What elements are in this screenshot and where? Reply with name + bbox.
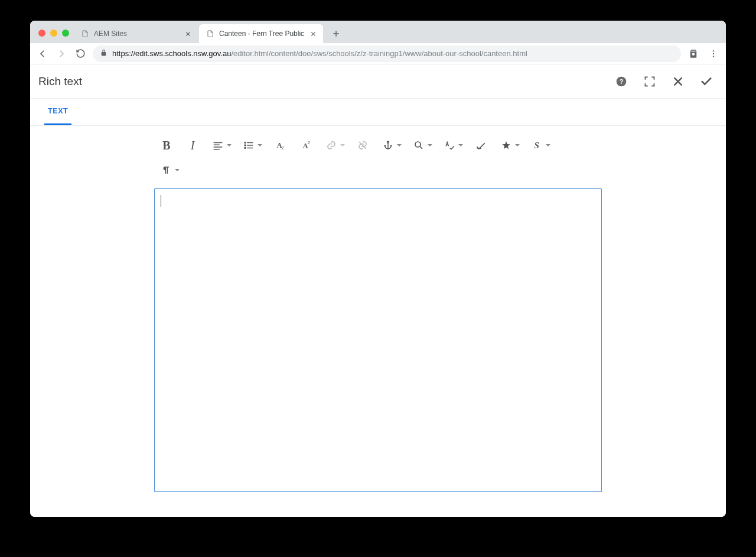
- chrome-menu-icon[interactable]: [707, 47, 720, 60]
- text-cursor: [161, 195, 161, 207]
- tab-title: Canteen - Fern Tree Public Sch: [219, 30, 304, 38]
- svg-point-13: [415, 142, 421, 147]
- account-icon[interactable]: [687, 47, 700, 60]
- fullscreen-icon[interactable]: [643, 75, 656, 88]
- done-button[interactable]: [700, 75, 713, 88]
- find-replace-button[interactable]: [406, 135, 437, 155]
- svg-point-7: [245, 148, 246, 149]
- url-field[interactable]: https://edit.sws.schools.nsw.gov.au/edit…: [93, 45, 681, 62]
- superscript-button[interactable]: A2: [293, 135, 319, 155]
- svg-text:2: 2: [282, 146, 284, 150]
- close-window-button[interactable]: [38, 30, 45, 37]
- svg-point-5: [245, 142, 246, 144]
- dialog-tabs: TEXT: [30, 99, 726, 126]
- tab-text[interactable]: TEXT: [44, 99, 71, 125]
- url-path: /editor.html/content/doe/sws/schools/z/z…: [231, 49, 527, 58]
- svg-text:S: S: [535, 141, 539, 150]
- cancel-button[interactable]: [672, 75, 685, 88]
- richtext-area: B I A2 A2: [30, 126, 726, 492]
- align-button[interactable]: [206, 135, 236, 155]
- svg-text:2: 2: [308, 141, 310, 145]
- url-host: https://edit.sws.schools.nsw.gov.au: [112, 49, 231, 58]
- list-button[interactable]: [236, 135, 267, 155]
- lock-icon: [100, 49, 107, 58]
- new-tab-button[interactable]: [328, 25, 344, 42]
- address-bar: https://edit.sws.schools.nsw.gov.au/edit…: [30, 43, 726, 64]
- dialog-actions: ?: [615, 75, 713, 88]
- reload-button[interactable]: [74, 47, 87, 60]
- browser-tab-canteen[interactable]: Canteen - Fern Tree Public Sch: [199, 24, 323, 43]
- aem-editor: Rich text ? TEXT B: [30, 64, 726, 517]
- special-chars-button[interactable]: [494, 135, 524, 155]
- url-text: https://edit.sws.schools.nsw.gov.au/edit…: [112, 49, 527, 58]
- close-tab-icon[interactable]: [309, 30, 317, 38]
- page-icon: [206, 30, 214, 38]
- tab-title: AEM Sites: [94, 30, 179, 38]
- bold-button[interactable]: B: [154, 135, 180, 155]
- richtext-toolbar: B I A2 A2: [154, 135, 602, 186]
- svg-point-2: [713, 56, 714, 57]
- spellcheck-toggle-button[interactable]: [468, 135, 494, 155]
- unlink-button[interactable]: [350, 135, 376, 155]
- paragraph-format-button[interactable]: [154, 160, 184, 180]
- svg-text:?: ?: [620, 77, 624, 84]
- source-edit-button[interactable]: S: [524, 135, 555, 155]
- help-icon[interactable]: ?: [615, 75, 628, 88]
- forward-button[interactable]: [55, 47, 68, 60]
- dialog-title: Rich text: [38, 75, 82, 88]
- richtext-editor[interactable]: [154, 188, 602, 492]
- page-icon: [81, 30, 89, 38]
- browser-window: AEM Sites Canteen - Fern Tree Public Sch: [30, 21, 726, 517]
- browser-tab-aem-sites[interactable]: AEM Sites: [74, 24, 198, 43]
- hyperlink-button[interactable]: [319, 135, 350, 155]
- svg-point-1: [713, 53, 714, 54]
- subscript-button[interactable]: A2: [267, 135, 293, 155]
- svg-point-12: [387, 141, 389, 143]
- tab-strip: AEM Sites Canteen - Fern Tree Public Sch: [30, 21, 726, 43]
- minimize-window-button[interactable]: [50, 30, 57, 37]
- dialog-header: Rich text ?: [30, 64, 726, 99]
- svg-point-0: [713, 50, 714, 51]
- svg-point-6: [245, 145, 246, 146]
- maximize-window-button[interactable]: [62, 30, 69, 37]
- italic-button[interactable]: I: [180, 135, 206, 155]
- spellcheck-button[interactable]: [437, 135, 468, 155]
- window-controls: [34, 30, 74, 43]
- close-tab-icon[interactable]: [184, 30, 192, 38]
- anchor-button[interactable]: [376, 135, 406, 155]
- back-button[interactable]: [36, 47, 49, 60]
